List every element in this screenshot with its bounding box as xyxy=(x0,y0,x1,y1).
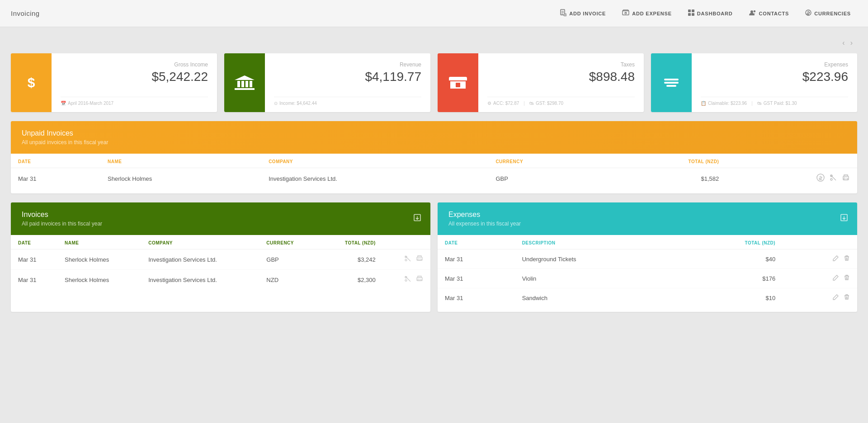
cut-icon-row2[interactable] xyxy=(404,275,411,284)
table-row: Mar 31 Sherlock Holmes Investigation Ser… xyxy=(11,168,857,189)
inv-col-currency: Currency xyxy=(259,235,319,249)
edit-icon-row3[interactable] xyxy=(833,294,839,302)
taxes-footer-acc: ACC: $72.87 xyxy=(493,101,519,106)
table-row: Mar 31 Violin $176 xyxy=(438,269,857,288)
inv-col-date: Date xyxy=(11,235,57,249)
exp-col-description: Description xyxy=(515,235,677,249)
top-navigation: Invoicing ADD INVOICE xyxy=(0,0,868,27)
revenue-value: $4,119.77 xyxy=(274,70,421,84)
unpaid-col-total: Total (NZD) xyxy=(603,154,726,168)
delete-icon-row2[interactable] xyxy=(844,274,850,282)
unpaid-subtitle: All unpaid invoices in this fiscal year xyxy=(22,139,846,146)
prev-arrow[interactable]: ‹ xyxy=(840,38,847,48)
svg-point-18 xyxy=(844,177,844,178)
exp-row3-desc: Sandwich xyxy=(515,288,677,308)
revenue-footer-text: Income: $4,642.44 xyxy=(279,101,317,106)
expenses-icon-box xyxy=(651,53,692,112)
svg-point-23 xyxy=(418,258,418,258)
exp-row1-total: $40 xyxy=(676,249,783,269)
expenses-title: Expenses xyxy=(448,211,846,219)
inv-row1-name: Sherlock Holmes xyxy=(57,249,141,270)
svg-rect-25 xyxy=(418,279,421,281)
invoice-icon xyxy=(560,9,566,18)
inv-col-name: Name xyxy=(57,235,141,249)
taxes-info: Taxes $898.48 ⚙ ACC: $72.87 | 🛍 GST: $29… xyxy=(478,53,644,112)
unpaid-invoices-section: Unpaid Invoices All unpaid invoices in t… xyxy=(11,121,857,193)
exp-col-actions xyxy=(783,235,857,249)
delete-icon-row1[interactable] xyxy=(844,255,850,263)
exp-row2-total: $176 xyxy=(676,269,783,288)
svg-point-26 xyxy=(418,278,418,279)
exp-row2-actions xyxy=(783,269,857,288)
payment-icon[interactable] xyxy=(816,174,825,183)
gst-icon: 🛍 xyxy=(529,101,534,106)
expenses-footer-claimable: Claimable: $223.96 xyxy=(708,101,747,106)
cut-icon-row1[interactable] xyxy=(404,255,411,264)
revenue-label: Revenue xyxy=(274,61,421,68)
dashboard-icon xyxy=(688,9,694,17)
inv-row2-date: Mar 31 xyxy=(11,270,57,290)
unpaid-table-body: Mar 31 Sherlock Holmes Investigation Ser… xyxy=(11,168,857,189)
expenses-card: Expenses $223.96 📋 Claimable: $223.96 | … xyxy=(651,53,857,112)
revenue-info: Revenue $4,119.77 ⊙ Income: $4,642.44 xyxy=(265,53,430,112)
delete-icon-row3[interactable] xyxy=(844,294,850,302)
svg-rect-8 xyxy=(688,9,691,12)
contacts-icon xyxy=(749,9,756,17)
shop-icon xyxy=(449,77,467,89)
svg-rect-11 xyxy=(692,13,694,16)
nav-contacts[interactable]: CONTACTS xyxy=(743,6,796,21)
unpaid-header: Unpaid Invoices All unpaid invoices in t… xyxy=(11,121,857,154)
exp-row2-desc: Violin xyxy=(515,269,677,288)
expenses-info: Expenses $223.96 📋 Claimable: $223.96 | … xyxy=(692,53,857,112)
exp-row1-desc: Underground Tickets xyxy=(515,249,677,269)
nav-add-invoice-label: ADD INVOICE xyxy=(569,11,606,16)
expenses-value: $223.96 xyxy=(701,70,848,84)
nav-add-expense[interactable]: ADD EXPENSE xyxy=(616,6,678,21)
nav-dashboard-label: DASHBOARD xyxy=(697,11,733,16)
invoices-table-container: Date Name Company Currency Total (NZD) M… xyxy=(11,235,430,294)
edit-icon-row2[interactable] xyxy=(833,274,839,282)
svg-point-15 xyxy=(817,174,824,181)
inv-col-company: Company xyxy=(141,235,259,249)
acc-icon: ⚙ xyxy=(487,101,491,106)
expenses-export-icon[interactable] xyxy=(840,214,848,224)
expenses-footer: 📋 Claimable: $223.96 | 🛍 GST Paid: $1.30 xyxy=(701,97,848,106)
gross-income-info: Gross Income $5,242.22 📅 April 2016-Marc… xyxy=(52,53,217,112)
nav-add-invoice[interactable]: ADD INVOICE xyxy=(554,5,612,21)
unpaid-row-total: $1,582 xyxy=(603,168,726,189)
print-icon-row1[interactable] xyxy=(416,255,423,264)
next-arrow[interactable]: › xyxy=(848,38,855,48)
inv-row1-total: $3,242 xyxy=(319,249,383,270)
print-icon[interactable] xyxy=(842,174,850,183)
nav-dashboard[interactable]: DASHBOARD xyxy=(682,6,739,21)
unpaid-row-currency: GBP xyxy=(488,168,603,189)
exp-row2-date: Mar 31 xyxy=(438,269,515,288)
svg-rect-22 xyxy=(418,259,421,260)
claimable-icon: 📋 xyxy=(701,101,706,106)
receipt-icon xyxy=(664,79,679,87)
unpaid-row-date: Mar 31 xyxy=(11,168,100,189)
unpaid-row-name: Sherlock Holmes xyxy=(100,168,261,189)
inv-row1-actions xyxy=(383,249,430,270)
taxes-card: Taxes $898.48 ⚙ ACC: $72.87 | 🛍 GST: $29… xyxy=(438,53,644,112)
bank-icon xyxy=(235,75,255,90)
nav-currencies[interactable]: CURRENCIES xyxy=(799,6,857,21)
expenses-label: Expenses xyxy=(701,61,848,68)
edit-icon-row1[interactable] xyxy=(833,255,839,263)
expenses-subtitle: All expenses in this fiscal year xyxy=(448,221,846,227)
inv-col-actions xyxy=(383,235,430,249)
print-icon-row2[interactable] xyxy=(416,275,423,284)
expense-icon xyxy=(622,9,629,17)
svg-point-13 xyxy=(753,10,755,12)
table-row: Mar 31 Sherlock Holmes Investigation Ser… xyxy=(11,249,430,270)
inv-row2-name: Sherlock Holmes xyxy=(57,270,141,290)
gross-income-label: Gross Income xyxy=(61,61,208,68)
app-title: Invoicing xyxy=(11,9,40,17)
table-row: Mar 31 Sherlock Holmes Investigation Ser… xyxy=(11,270,430,290)
invoices-export-icon[interactable] xyxy=(413,214,421,224)
invoices-header: Invoices All paid invoices in this fisca… xyxy=(11,202,430,235)
cut-icon[interactable] xyxy=(829,174,837,183)
exp-row3-actions xyxy=(783,288,857,308)
dollar-icon: $ xyxy=(28,75,35,90)
unpaid-col-company: Company xyxy=(261,154,488,168)
